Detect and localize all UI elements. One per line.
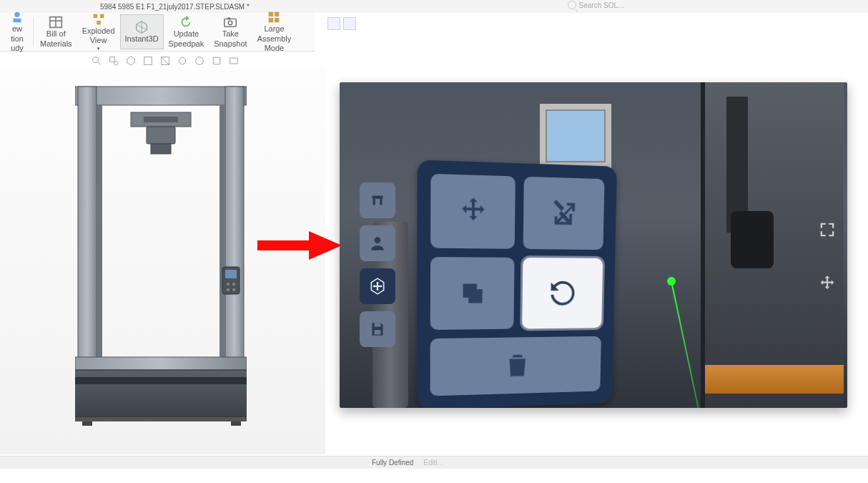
svg-rect-29 (230, 58, 238, 64)
svg-marker-22 (127, 57, 135, 65)
svg-rect-57 (375, 323, 381, 326)
scene-icon[interactable] (176, 54, 189, 67)
display-style-icon[interactable] (142, 54, 154, 67)
vr-window (540, 104, 611, 168)
svg-rect-54 (380, 199, 382, 205)
svg-rect-32 (225, 87, 244, 358)
status-bar: Fully Defined Editi… (0, 456, 868, 469)
svg-rect-6 (99, 14, 104, 18)
svg-point-50 (232, 288, 235, 291)
vr-tab-user[interactable] (360, 225, 395, 261)
status-text: Fully Defined (372, 459, 413, 467)
svg-line-25 (162, 57, 169, 65)
svg-rect-11 (225, 19, 237, 26)
transition-arrow (257, 228, 343, 263)
svg-rect-30 (75, 87, 247, 105)
svg-rect-39 (75, 357, 247, 370)
vr-viewport[interactable] (340, 82, 847, 408)
svg-line-19 (98, 62, 100, 64)
svg-point-55 (375, 237, 381, 243)
svg-rect-14 (269, 12, 273, 16)
svg-rect-34 (220, 105, 225, 358)
svg-rect-5 (93, 14, 97, 18)
svg-rect-17 (275, 18, 279, 22)
expand-icon (817, 220, 837, 240)
vr-tab-save[interactable] (360, 311, 395, 347)
instant3d-icon (134, 21, 149, 34)
cad-model[interactable] (75, 84, 247, 427)
svg-rect-7 (97, 21, 101, 25)
large-assembly-icon (266, 11, 282, 24)
vr-sidebar (360, 182, 400, 347)
document-title: 5984 5985 E1 F1_21july2017.STEP.SLDASM * (100, 3, 250, 11)
bom-button[interactable]: Bill of Materials (35, 14, 77, 49)
svg-rect-37 (147, 127, 175, 144)
svg-point-0 (14, 12, 19, 17)
svg-rect-20 (110, 57, 115, 62)
svg-rect-16 (269, 18, 273, 22)
new-motion-study-button[interactable]: ew tion udy (3, 14, 31, 49)
svg-point-27 (196, 57, 204, 65)
extra-icon-2[interactable] (343, 17, 356, 30)
svg-rect-23 (144, 57, 152, 65)
exploded-view-button[interactable]: Exploded View ▼ (77, 14, 120, 49)
appearance-icon[interactable] (193, 54, 206, 67)
svg-rect-52 (372, 196, 383, 199)
svg-point-26 (179, 57, 185, 64)
vr-tab-furniture[interactable] (360, 182, 395, 218)
vr-tool-rotate[interactable] (522, 258, 603, 328)
section-view-icon[interactable] (159, 54, 172, 67)
move-arrows-icon (817, 274, 837, 294)
zoom-area-icon[interactable] (107, 54, 120, 67)
update-speedpak-button[interactable]: Update Speedpak (164, 14, 209, 49)
view-toolbar (90, 54, 240, 67)
vr-tool-scale[interactable] (523, 177, 605, 250)
svg-rect-58 (375, 330, 381, 335)
take-snapshot-button[interactable]: Take Snapshot (209, 14, 252, 49)
svg-point-12 (229, 21, 233, 25)
svg-rect-31 (78, 87, 97, 358)
svg-point-21 (114, 62, 118, 65)
vr-tab-move-object[interactable] (360, 268, 395, 304)
view-orientation-icon[interactable] (124, 54, 137, 67)
svg-rect-46 (225, 270, 237, 278)
svg-rect-33 (97, 105, 102, 358)
svg-rect-28 (213, 57, 220, 64)
motion-icon (9, 11, 25, 24)
large-assembly-mode-button[interactable]: Large Assembly Mode (252, 14, 297, 49)
vr-tool-copy[interactable] (430, 257, 515, 330)
svg-rect-41 (75, 377, 247, 384)
svg-rect-15 (275, 12, 279, 16)
table-icon (48, 16, 64, 29)
svg-rect-1 (14, 19, 21, 23)
svg-rect-60 (468, 289, 482, 303)
search-placeholder: Search SOL… (579, 1, 625, 9)
ribbon-extra-icons (327, 17, 356, 30)
vr-hud-arrows (817, 220, 837, 294)
svg-rect-43 (82, 421, 92, 426)
search-icon (568, 1, 576, 9)
instant3d-button[interactable]: Instant3D (120, 14, 164, 49)
svg-point-47 (227, 283, 230, 286)
svg-rect-44 (231, 421, 241, 426)
vr-laser-dot (667, 277, 676, 286)
exploded-icon (91, 13, 107, 26)
svg-rect-13 (228, 18, 231, 20)
extra-icon-1[interactable] (327, 17, 340, 30)
render-icon[interactable] (227, 54, 240, 67)
update-icon (178, 16, 194, 29)
search-box[interactable]: Search SOL… (568, 1, 625, 9)
camera-icon (222, 16, 238, 29)
title-bar: 5984 5985 E1 F1_21july2017.STEP.SLDASM *… (0, 0, 868, 13)
vr-tool-panel (417, 160, 617, 408)
edit-appearance-icon[interactable] (210, 54, 223, 67)
svg-point-49 (227, 288, 230, 291)
svg-rect-38 (151, 144, 171, 154)
svg-rect-36 (144, 117, 178, 122)
zoom-fit-icon[interactable] (90, 54, 103, 67)
svg-point-18 (93, 57, 99, 63)
svg-point-48 (232, 283, 235, 286)
svg-rect-42 (75, 417, 247, 421)
vr-tool-move[interactable] (430, 174, 516, 249)
vr-tool-delete[interactable] (430, 336, 601, 396)
